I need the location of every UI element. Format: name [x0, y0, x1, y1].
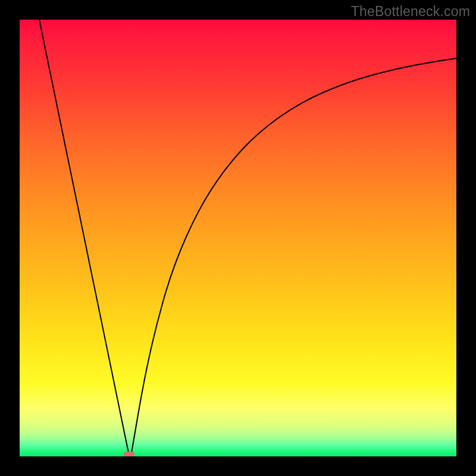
bottleneck-marker: [124, 452, 134, 456]
chart-frame: [20, 20, 456, 456]
watermark-text: TheBottleneck.com: [351, 4, 470, 20]
curve-path: [39, 20, 456, 453]
bottleneck-curve: [20, 20, 456, 456]
